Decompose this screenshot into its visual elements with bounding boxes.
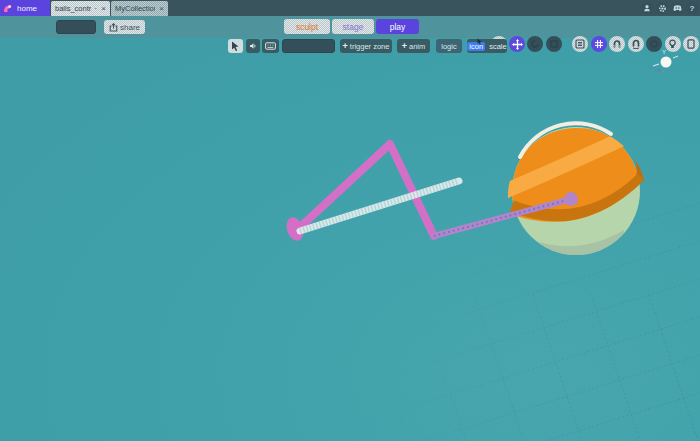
tab-project[interactable]: balls_control · × — [51, 1, 110, 16]
plus-icon: + — [402, 42, 407, 51]
speaker-tool-button[interactable] — [246, 39, 260, 53]
scale-icon — [549, 39, 559, 49]
mode-sculpt-button[interactable]: sculpt — [284, 19, 330, 34]
account-bar: ? — [641, 2, 698, 14]
anim-label: anim — [409, 42, 425, 51]
main-toolbar: share sculpt stage play — [0, 16, 700, 38]
mode-stage-label: stage — [343, 22, 364, 32]
tab-dirty-indicator: · — [94, 4, 97, 13]
grid-toggle-button[interactable] — [591, 36, 607, 52]
device-preview-button[interactable] — [683, 36, 699, 52]
rotate-icon — [530, 39, 540, 49]
logic-button[interactable]: logic — [436, 39, 462, 53]
move-arrows-icon — [512, 39, 523, 50]
settings-gear-icon[interactable] — [656, 2, 668, 14]
tab-home[interactable]: home — [0, 0, 50, 16]
mode-play-label: play — [390, 22, 406, 32]
snap-move-button[interactable] — [609, 36, 625, 52]
magnet-icon — [612, 39, 622, 49]
icon-scale-rest: scale — [489, 42, 507, 51]
logic-label: logic — [441, 42, 456, 51]
outline-list-button[interactable] — [572, 36, 588, 52]
extra-tool-button[interactable] — [646, 36, 662, 52]
tab-collection[interactable]: MyCollection1 × — [111, 1, 168, 16]
tab-home-label: home — [17, 4, 37, 13]
cursor-tool-button[interactable] — [228, 39, 243, 53]
extra-tool-icon — [649, 39, 659, 49]
move-tool-button[interactable] — [509, 36, 525, 52]
keyboard-icon — [265, 42, 276, 50]
keyboard-tool-button[interactable] — [262, 39, 279, 53]
grid-icon — [594, 39, 604, 49]
cursor-icon — [231, 41, 241, 52]
mode-play-button[interactable]: play — [376, 19, 419, 34]
add-trigger-zone-button[interactable]: + trigger zone — [340, 39, 392, 53]
plus-icon: + — [343, 42, 348, 51]
add-anim-button[interactable]: + anim — [397, 39, 430, 53]
mode-stage-button[interactable]: stage — [332, 19, 374, 34]
app-logo-icon — [0, 0, 15, 16]
discord-icon[interactable] — [671, 2, 683, 14]
tab-close-icon[interactable]: × — [101, 5, 106, 13]
path-end-handle[interactable] — [564, 192, 578, 206]
mode-sculpt-label: sculpt — [296, 22, 318, 32]
app-window: Y home balls_control · × MyCollection1 — [0, 0, 700, 441]
share-label: share — [120, 23, 140, 32]
mouse-cursor — [477, 38, 483, 45]
share-button[interactable]: share — [104, 20, 145, 34]
trigger-zone-label: trigger zone — [350, 42, 390, 51]
tab-collection-label: MyCollection1 — [115, 4, 155, 13]
profile-icon[interactable] — [641, 2, 653, 14]
zone-name-input[interactable] — [282, 39, 335, 53]
rotate-tool-button[interactable] — [527, 36, 543, 52]
icon-scale-button[interactable]: icon scale — [467, 39, 507, 53]
project-name-input[interactable] — [56, 20, 96, 34]
share-icon — [109, 23, 118, 32]
tab-bar: home balls_control · × MyCollection1 × ? — [0, 0, 700, 16]
device-icon — [687, 39, 695, 49]
gizmo-axis-label: Y — [662, 49, 666, 55]
viewport-3d[interactable]: Y — [0, 0, 700, 441]
help-icon[interactable]: ? — [686, 2, 698, 14]
snap-rotate-button[interactable] — [628, 36, 644, 52]
lighting-button[interactable] — [665, 36, 681, 52]
tab-close-icon[interactable]: × — [159, 5, 164, 13]
lightbulb-icon — [668, 39, 677, 49]
outline-list-icon — [575, 39, 585, 49]
magnet-rotate-icon — [631, 39, 641, 49]
scale-tool-button[interactable] — [546, 36, 562, 52]
mode-switcher: sculpt stage play — [284, 19, 419, 34]
help-glyph: ? — [690, 4, 695, 13]
tab-project-label: balls_control — [55, 4, 91, 13]
speaker-icon — [249, 42, 257, 50]
